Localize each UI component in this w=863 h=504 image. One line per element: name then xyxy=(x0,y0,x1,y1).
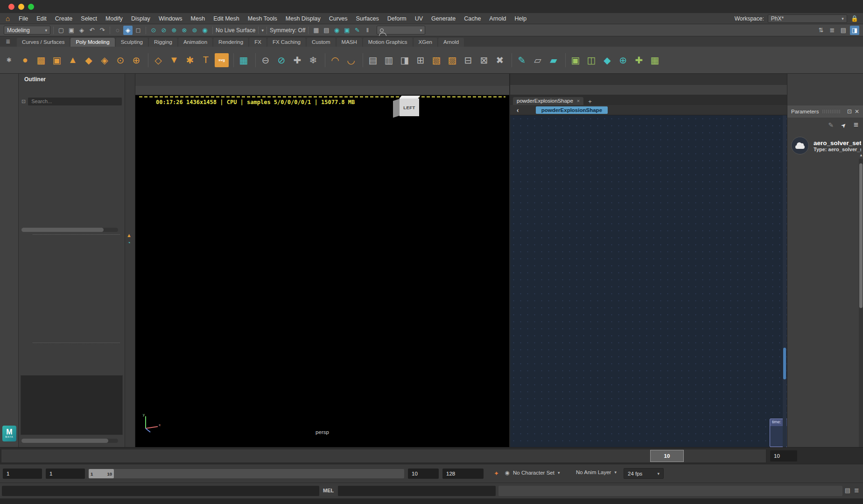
poly-pyramid-icon[interactable]: ◈ xyxy=(98,53,112,67)
shelf-tab-sculpting[interactable]: Sculpting xyxy=(116,38,148,47)
close-icon[interactable]: × xyxy=(577,98,580,104)
motion-trail-icon[interactable]: ◆ xyxy=(600,53,614,67)
lock-icon[interactable]: 🔒 xyxy=(851,15,858,22)
platonic-solid-icon[interactable]: ⊕ xyxy=(129,53,143,67)
smooth-icon[interactable]: ⊞ xyxy=(414,53,428,67)
time-ruler[interactable]: 10 xyxy=(1,449,766,463)
view-cube[interactable]: LEFT xyxy=(393,97,419,119)
shelf-tab-mash[interactable]: MASH xyxy=(337,38,362,47)
drag-handle[interactable] xyxy=(822,110,840,113)
select-object-mode-icon[interactable]: ◈ xyxy=(123,26,133,35)
animation-start-field[interactable]: 1 xyxy=(3,469,42,479)
redo-icon[interactable]: ↷ xyxy=(98,26,107,35)
shelf-tab-fx-caching[interactable]: FX Caching xyxy=(267,38,306,47)
playback-end-field[interactable]: 10 xyxy=(408,469,439,479)
current-time-field[interactable]: 10 xyxy=(770,450,797,462)
parameters-vscrollbar[interactable]: ▲ xyxy=(859,159,863,447)
sculpt-tool-icon[interactable]: ✎ xyxy=(515,53,529,67)
menu-uv[interactable]: UV xyxy=(411,15,427,22)
shelf-tab-motion-graphics[interactable]: Motion Graphics xyxy=(363,38,413,47)
menu-cache[interactable]: Cache xyxy=(460,15,485,22)
delete-edge-icon[interactable]: ⊠ xyxy=(477,53,491,67)
svg-tool-icon[interactable]: svg xyxy=(215,53,229,67)
multi-cut-icon[interactable]: ▤ xyxy=(366,53,380,67)
gear-icon[interactable]: ✱ xyxy=(7,56,12,63)
shelf-tab-arnold[interactable]: Arnold xyxy=(438,38,464,47)
poly-sphere-icon[interactable]: ● xyxy=(18,53,32,67)
menu-set-select[interactable]: Modeling ▾ xyxy=(4,26,50,35)
poly-prism-icon[interactable]: ▼ xyxy=(167,53,181,67)
mash-network-icon[interactable]: ▣ xyxy=(568,53,582,67)
type-tool-icon[interactable]: T xyxy=(199,53,213,67)
shelf-tab-poly-modeling[interactable]: Poly Modeling xyxy=(70,38,114,47)
detail-view-icon[interactable]: ▤ xyxy=(839,26,848,35)
menu-mesh[interactable]: Mesh xyxy=(187,15,210,22)
menu-file[interactable]: File xyxy=(14,15,32,22)
menu-curves[interactable]: Curves xyxy=(325,15,352,22)
outliner-hscrollbar[interactable] xyxy=(21,228,118,232)
mash-editor-icon[interactable]: ◫ xyxy=(584,53,598,67)
super-shape-icon[interactable]: ◇ xyxy=(151,53,165,67)
poly-torus-icon[interactable]: ◆ xyxy=(82,53,96,67)
menu-modify[interactable]: Modify xyxy=(101,15,127,22)
combine-icon[interactable]: ✚ xyxy=(290,53,304,67)
undo-icon[interactable]: ↶ xyxy=(87,26,97,35)
menu-mesh-tools[interactable]: Mesh Tools xyxy=(244,15,281,22)
shelf-tab-animation[interactable]: Animation xyxy=(178,38,212,47)
workspace-select[interactable]: PhX* ▾ xyxy=(768,14,847,23)
playback-range-handle[interactable]: 1 10 xyxy=(89,469,114,478)
edit-pencil-icon[interactable]: ✎ xyxy=(828,121,834,129)
animation-end-field[interactable]: 128 xyxy=(442,469,484,479)
hypergraph-icon[interactable]: ▲ xyxy=(126,232,132,238)
menu-windows[interactable]: Windows xyxy=(154,15,187,22)
snap-to-curve-icon[interactable]: ⊘ xyxy=(159,26,168,35)
snap-to-point-icon[interactable]: ⊕ xyxy=(169,26,179,35)
live-surface-label[interactable]: No Live Surface xyxy=(216,27,255,34)
reduce-icon[interactable]: ✖ xyxy=(493,53,507,67)
outliner-search-input[interactable]: Search... xyxy=(28,98,122,105)
anim-layer-select[interactable]: No Anim Layer▾ xyxy=(576,469,617,475)
shelf-tab-rendering[interactable]: Rendering xyxy=(213,38,248,47)
sort-icon[interactable]: ⇅ xyxy=(816,26,826,35)
bevel-icon[interactable]: ◠ xyxy=(328,53,342,67)
menu-create[interactable]: Create xyxy=(51,15,77,22)
list-view-icon[interactable]: ≣ xyxy=(828,26,837,35)
pause-viewport-icon[interactable]: ‖ xyxy=(363,26,372,35)
select-component-mode-icon[interactable]: ◻ xyxy=(133,26,143,35)
menu-arnold[interactable]: Arnold xyxy=(485,15,510,22)
mirror-icon[interactable]: ◨ xyxy=(398,53,412,67)
menu-mesh-display[interactable]: Mesh Display xyxy=(281,15,325,22)
tab-powder-explosion-shape[interactable]: powderExplosionShape × xyxy=(513,97,583,105)
maximize-window-icon[interactable] xyxy=(28,4,34,10)
shelf-tab-rigging[interactable]: Rigging xyxy=(149,38,177,47)
node-graph-canvas[interactable]: time: xyxy=(510,115,787,447)
command-language-label[interactable]: MEL xyxy=(323,488,334,493)
poly-cone-icon[interactable]: ▲ xyxy=(66,53,80,67)
paint-effects-icon[interactable]: ✎ xyxy=(352,26,362,35)
shelf-tab-custom[interactable]: Custom xyxy=(307,38,336,47)
poly-cylinder-icon[interactable]: ▣ xyxy=(50,53,64,67)
separate-icon[interactable]: ❄ xyxy=(306,53,320,67)
layer-list-area[interactable] xyxy=(21,375,123,435)
command-result-field[interactable] xyxy=(338,486,496,496)
shelf-tab-xgen[interactable]: XGen xyxy=(414,38,437,47)
poly-cube-icon[interactable]: ▩ xyxy=(34,53,48,67)
xgen-icon[interactable]: ⊕ xyxy=(616,53,630,67)
ipr-render-icon[interactable]: ▤ xyxy=(322,26,331,35)
render-settings-icon[interactable]: ▦ xyxy=(311,26,321,35)
shelf-tab-fx[interactable]: FX xyxy=(249,38,267,47)
arnold-light-icon[interactable]: ✚ xyxy=(632,53,646,67)
select-hierarchy-mode-icon[interactable]: ◌ xyxy=(113,26,122,35)
user-account-select[interactable]: ▾ xyxy=(377,26,425,35)
float-panel-icon[interactable]: ⊡ xyxy=(847,108,852,115)
hamburger-menu-icon[interactable]: ≡ xyxy=(854,120,858,130)
menu-display[interactable]: Display xyxy=(127,15,154,22)
home-icon[interactable]: ⌂ xyxy=(0,14,14,22)
menu-help[interactable]: Help xyxy=(511,15,531,22)
sweep-mesh-icon[interactable]: ▦ xyxy=(237,53,251,67)
file-open-icon[interactable]: ▣ xyxy=(67,26,76,35)
bridge-icon[interactable]: ◡ xyxy=(344,53,358,67)
poly-disc-icon[interactable]: ⊙ xyxy=(113,53,127,67)
current-frame-indicator[interactable]: 10 xyxy=(650,450,684,462)
character-set-select[interactable]: ◉ No Character Set▾ xyxy=(505,469,560,476)
